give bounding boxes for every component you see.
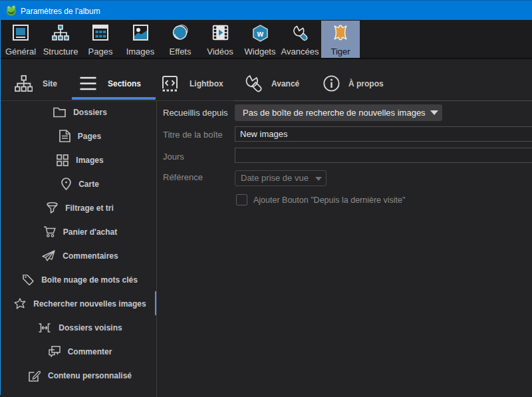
svg-text:w: w [256, 29, 263, 39]
